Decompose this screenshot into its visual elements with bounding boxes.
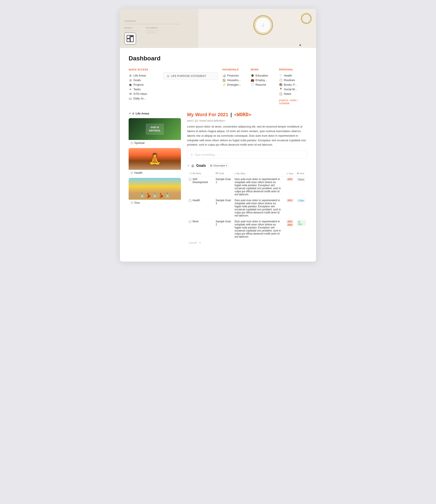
goals-title: Goals [196,164,206,168]
spiritual-dot [131,142,133,144]
word-for-label: My Word For 2021 [187,112,228,117]
life-purpose-label: LIFE PURPOSE STATEMENT [171,74,206,78]
life-areas-section-icon: ⊘ [132,112,134,115]
health-label: Health [129,170,181,176]
word-definition: word | [n] <insert word definition> [187,119,307,122]
life-area-friends-card[interactable]: 🕺 💃 🕺 💃 🕺 Goa [129,178,181,206]
svg-rect-3 [131,36,133,37]
work-title: WORK [251,68,279,71]
chevron-down-icon: ▾ [226,164,227,167]
life-area-spiritual-card[interactable]: GOD ISFAITHFUL Spiritual [129,118,181,146]
calendar-day-thursday: THURSDAY [124,20,194,22]
goal-row-year-3: 2021 2022 [285,219,295,240]
person-1: 🕺 [139,193,145,198]
area-dot-1 [189,178,191,181]
health-image: 🧘 [129,148,181,170]
goal-row-status-2: I Plan [295,198,307,219]
goal-row-name-3: Sample Goal 2 [214,219,233,240]
nav-life-purpose: ◷ LIFE PURPOSE STATEMENT [164,68,222,105]
quick-access-title: QUICK ACCESS [129,68,159,71]
person-3: 🕺 [152,193,158,198]
count-value: 3 [199,242,200,244]
type-placeholder: Type something... [194,153,217,156]
routines-icon: 🕐 [279,79,282,82]
area-dot-3 [189,220,191,223]
life-area-health-card[interactable]: 🧘 Health [129,148,181,176]
ring-image [301,13,312,24]
type-input-box[interactable]: ◷ Type something... [187,151,307,159]
household-icon: 🏠 [222,79,226,82]
calendar-day-saturday: SATURDAY [146,27,159,29]
life-areas-icon: ⊘ [129,74,132,77]
emergency-icon: ⚡ [222,83,226,86]
content-section: ↗ ⊘ Life Areas GOD ISFAITHFUL Spiritual [129,112,307,246]
page-title: Dashboard [129,55,307,62]
nav-tasks[interactable]: ≡ Tasks [129,87,159,91]
area-dot-2 [189,199,191,202]
status-badge-exe: III Exe [297,220,306,226]
personal-title: PERSONAL [279,68,307,71]
goals-table: ↗ Life Area ⁑⁑ Goal ≡ My Why ≡ Year [187,171,307,240]
notes-icon: 📋 [279,92,282,96]
goals-target-icon: ◎ [191,164,194,167]
status-badge-plan: I Plan [297,199,305,202]
social-media-icon: 📍 [279,88,282,91]
expand-icon: ↗ [129,112,131,115]
type-icon: ◷ [190,153,193,156]
nav-goals[interactable]: ◎ Goals [129,78,159,82]
spiritual-sign: GOD ISFAITHFUL [146,124,163,135]
word-for-year-title: My Word For 2021 | <WORD> [187,112,307,117]
count-row: COUNT 3 [187,240,307,246]
spiritual-image: GOD ISFAITHFUL [129,118,181,140]
nav-finances[interactable]: 📊 Finances [222,73,251,78]
word-description: Lorem ipsum dolor sit amet, consectetur … [187,125,307,147]
life-areas-header: ↗ ⊘ Life Areas [129,112,181,115]
spiritual-label: Spiritual [129,140,181,146]
people-row: 🕺 💃 🕺 💃 🕺 [139,193,170,198]
nav-notes[interactable]: 📋 Notes [279,91,307,96]
goal-row-why-2: Duis aute irure dolor in reprehenderit i… [233,198,285,219]
goal-row-area-3: Work [187,219,214,240]
projects-tasks-link[interactable]: projects / tasks / schedule [279,99,307,105]
nav-gtd-inbox[interactable]: ✉ GTD Inbox [129,91,159,96]
svg-rect-0 [127,35,130,38]
nav-social-media[interactable]: 📍 Social M... [279,87,307,91]
year-badge-3b: 2022 [286,224,293,226]
watch-image: ⊙XII [253,15,273,35]
nav-routines[interactable]: 🕐 Routines [279,78,307,82]
nav-employment[interactable]: 💼 Employ... [251,78,279,82]
nav-life-areas[interactable]: ⊘ Life Areas [129,73,159,78]
goals-header: ↗ ◎ Goals ⊞ Overview ▾ [187,163,307,168]
resume-icon: 📄 [251,83,254,86]
nav-books[interactable]: 📚 Books, F... [279,82,307,87]
dashboard-icon [124,33,136,45]
nav-education[interactable]: 🎓 Education [251,73,279,78]
health-icon: ♡ [279,74,282,77]
friends-dot [131,202,133,204]
goals-expand-icon: ↗ [187,164,189,167]
col-my-why: ≡ My Why [233,171,285,176]
goal-row-area-1: Self-Development [187,176,214,198]
goal-row-year-2: 2021 [285,198,295,219]
life-areas-panel: ↗ ⊘ Life Areas GOD ISFAITHFUL Spiritual [129,112,181,246]
friends-label: Goa [129,200,181,206]
goal-row-name-1: Sample Goal 1 [214,176,233,198]
nav-household-item[interactable]: 🏠 Househo... [222,78,251,82]
books-icon: 📚 [279,83,282,86]
nav-personal: PERSONAL ♡ Health 🕐 Routines 📚 Books, F.… [279,68,307,105]
goal-row-status-3: III Exe [295,219,307,240]
life-purpose-button[interactable]: ◷ LIFE PURPOSE STATEMENT [164,72,218,80]
view-selector[interactable]: ⊞ Overview ▾ [208,163,229,168]
nav-health[interactable]: ♡ Health [279,73,307,78]
health-silhouette: 🧘 [148,153,161,165]
status-badge-close: Close [297,178,305,181]
table-row: Health Sample Goal 3 Duis aute irure dol… [187,198,307,219]
nav-daily-journal[interactable]: 📖 Daily Jo... [129,96,159,101]
nav-projects[interactable]: ▣ Projects [129,82,159,87]
nav-resume[interactable]: 📄 Resume [251,82,279,87]
goals-section: ↗ ◎ Goals ⊞ Overview ▾ [187,163,307,246]
calendar-day-friday: FRIDAY [124,27,137,29]
nav-quick-access: QUICK ACCESS ⊘ Life Areas ◎ Goals ▣ Proj… [129,68,164,105]
nav-emergency[interactable]: ⚡ Emergen... [222,82,251,87]
year-badge-2: 2021 [286,199,293,202]
